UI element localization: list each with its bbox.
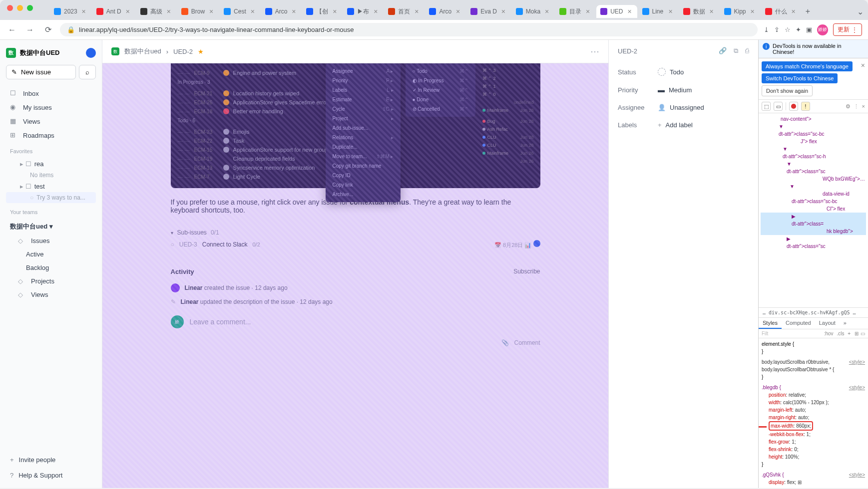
status-option[interactable]: ● Done⌘⌃ (409, 95, 472, 104)
close-window[interactable] (7, 5, 13, 11)
sub-issues-header[interactable]: Sub-issues (177, 229, 207, 236)
browser-tab[interactable]: 【创× (302, 4, 342, 19)
sub-issue-item[interactable]: ○UED-3Connect to Slack0/2📅 8月28日 📊 (171, 236, 540, 253)
tab-close-icon[interactable]: × (249, 8, 256, 15)
star-icon[interactable]: ★ (198, 48, 204, 55)
favorite-item[interactable]: ▸ ☐rea (6, 158, 96, 170)
elements-tree[interactable]: nav-content">▼dt-attr">class="sc-bcJ"> f… (759, 113, 868, 307)
status-option[interactable]: ◐ In Progress⌘⌃ (409, 76, 472, 85)
tab-close-icon[interactable]: × (584, 8, 591, 15)
subscribe-button[interactable]: Subscribe (513, 268, 540, 275)
browser-tab[interactable]: 高级× (136, 4, 176, 19)
breadcrumb-id[interactable]: UED-2 (173, 48, 193, 55)
tabs-dropdown[interactable]: ⌄ (854, 5, 866, 17)
team-nav-item[interactable]: ◇Views (6, 288, 96, 301)
tab-close-icon[interactable]: × (454, 8, 461, 15)
menu-item[interactable]: Copy ID (329, 171, 398, 180)
browser-tab[interactable]: Cest× (220, 5, 260, 18)
close-banner[interactable]: × (861, 61, 865, 69)
tab-close-icon[interactable]: × (667, 8, 674, 15)
favorite-item[interactable]: ▸ ☐test (6, 181, 96, 192)
meta-assignee[interactable]: Assignee👤Unassigned (618, 99, 749, 116)
profile-avatar[interactable]: 娇娇 (817, 24, 828, 35)
browser-tab[interactable]: Ant D× (92, 5, 135, 18)
comment-button[interactable]: Comment (514, 339, 540, 346)
new-issue-button[interactable]: ✎ New issue (6, 65, 76, 79)
status-option[interactable]: ⊘ Cancelled⌘⌃ (409, 104, 472, 114)
tab-close-icon[interactable]: × (790, 8, 797, 15)
meta-priority[interactable]: Priority▬Medium (618, 81, 749, 99)
reload-button[interactable]: ⟳ (42, 24, 54, 36)
menu-item[interactable]: Copy git branch name (329, 161, 398, 171)
devtools-tab[interactable]: Computed (782, 318, 815, 329)
team-nav-item[interactable]: ◇Projects (6, 274, 96, 288)
team-nav-item[interactable]: 数据中台ued ▾ (6, 219, 96, 234)
tab-close-icon[interactable]: × (372, 8, 379, 15)
browser-tab[interactable]: Arco× (261, 5, 302, 18)
copy-icon[interactable]: ⧉ (734, 47, 738, 55)
menu-item[interactable]: AssigneeA ▸ (329, 66, 398, 76)
tab-close-icon[interactable]: × (413, 8, 420, 15)
tab-close-icon[interactable]: × (124, 8, 131, 15)
switch-chinese-button[interactable]: Switch DevTools to Chinese (762, 73, 838, 83)
browser-tab[interactable]: 2023× (50, 5, 91, 18)
side-panel-icon[interactable]: ▣ (806, 26, 812, 33)
computed-icon[interactable]: ▭ (861, 331, 865, 336)
browser-tab[interactable]: 目录× (555, 4, 595, 19)
team-selector[interactable]: 数 数据中台UED (6, 46, 96, 63)
tab-close-icon[interactable]: × (80, 8, 87, 15)
update-button[interactable]: 更新⋮ (833, 23, 862, 36)
team-nav-item[interactable]: Backlog (6, 261, 96, 274)
gear-icon[interactable]: ⚙ (846, 103, 851, 110)
tab-close-icon[interactable]: × (749, 8, 756, 15)
browser-tab[interactable]: UED× (596, 5, 637, 18)
warning-icon[interactable]: ! (801, 102, 810, 111)
menu-item[interactable]: PriorityP ▸ (329, 76, 398, 85)
browser-tab[interactable]: Eva D× (466, 5, 511, 18)
menu-item[interactable]: Duplicate... (329, 142, 398, 152)
dont-show-button[interactable]: Don't show again (762, 85, 813, 96)
tab-close-icon[interactable]: × (543, 8, 550, 15)
menu-item[interactable]: EstimateE ▸ (329, 95, 398, 104)
new-tab-button[interactable]: + (802, 5, 814, 17)
search-button[interactable]: ⌕ (79, 65, 96, 79)
browser-tab[interactable]: Line× (638, 5, 678, 18)
link-icon[interactable]: 🔗 (719, 47, 727, 55)
nav-views[interactable]: ▦Views (6, 114, 96, 128)
tab-close-icon[interactable]: × (626, 8, 633, 15)
filter-toggle[interactable]: .cls (837, 331, 846, 336)
status-option[interactable]: ○ Todo⌘⌃ (409, 66, 472, 76)
browser-tab[interactable]: Arco× (425, 5, 465, 18)
filter-input[interactable]: Filt (762, 331, 822, 336)
menu-item[interactable]: LabelsL ▸ (329, 85, 398, 95)
install-icon[interactable]: ⤓ (764, 26, 769, 33)
menu-item[interactable]: Project▸ (329, 114, 398, 123)
status-option[interactable]: ✓ In Review⌘⌃ (409, 85, 472, 95)
breadcrumb-path[interactable]: … div.sc-bcXHqe.sc-hvKAgf.gQS … (759, 307, 868, 318)
menu-item[interactable]: Copy link (329, 180, 398, 190)
forward-button[interactable]: → (24, 24, 36, 36)
nav-roadmaps[interactable]: ⊞Roadmaps (6, 128, 96, 142)
more-icon[interactable]: ⋮ (854, 103, 859, 110)
help-support[interactable]: ? Help & Support (6, 469, 96, 482)
sync-icon[interactable] (86, 48, 96, 58)
close-devtools[interactable]: × (862, 103, 865, 109)
invite-people[interactable]: + Invite people (6, 453, 96, 467)
browser-tab[interactable]: 首页× (384, 4, 424, 19)
menu-item[interactable]: Cycle⇧C ▸ (329, 104, 398, 114)
tab-close-icon[interactable]: × (208, 8, 215, 15)
more-menu[interactable]: ⋯ (590, 46, 599, 57)
menu-item[interactable]: Add sub-issue... (329, 123, 398, 133)
share-icon[interactable]: ⇪ (774, 26, 780, 33)
tab-close-icon[interactable]: × (165, 8, 172, 15)
extensions-icon[interactable]: ✦ (796, 26, 801, 33)
match-language-button[interactable]: Always match Chrome's language (762, 61, 853, 71)
meta-labels[interactable]: Labels+Add label (618, 116, 749, 134)
filter-toggle[interactable]: :hov (824, 331, 835, 336)
browser-tab[interactable]: Kipp× (720, 5, 760, 18)
favorite-child[interactable]: ○Try 3 ways to na... (6, 192, 96, 203)
nav-inbox[interactable]: ☐Inbox (6, 86, 96, 100)
team-nav-item[interactable]: Active (6, 247, 96, 261)
filter-toggle[interactable]: + (848, 331, 851, 336)
tab-close-icon[interactable]: × (708, 8, 715, 15)
